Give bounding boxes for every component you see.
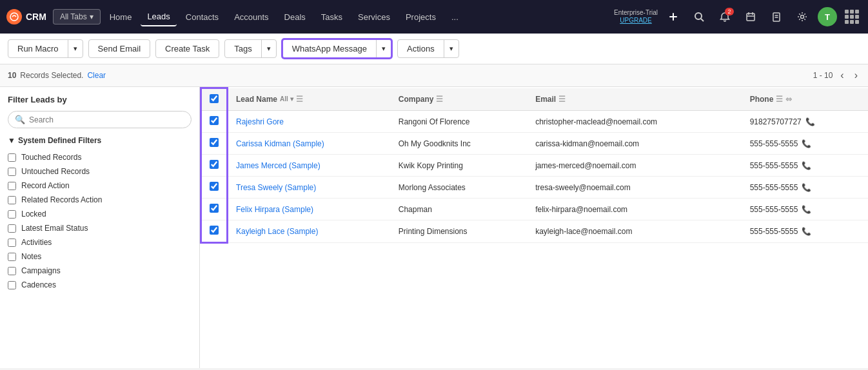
notifications-button[interactable]: 2 — [715, 6, 735, 27]
filter-notes[interactable]: Notes — [8, 249, 192, 264]
actions-button[interactable]: Actions ▾ — [397, 39, 459, 58]
whatsapp-dropdown[interactable]: ▾ — [377, 41, 391, 57]
filter-record-action-checkbox[interactable] — [8, 182, 16, 190]
row-checkbox[interactable] — [210, 204, 219, 213]
filter-touched-records[interactable]: Touched Records — [8, 150, 192, 164]
row-checkbox[interactable] — [210, 226, 219, 235]
create-task-button[interactable]: Create Task — [155, 39, 219, 58]
previous-page-button[interactable]: ‹ — [838, 68, 846, 83]
lead-name-link[interactable]: Kayleigh Lace (Sample) — [236, 227, 318, 236]
company-header: Company ☰ — [391, 88, 528, 111]
lead-name-menu-icon[interactable]: ☰ — [296, 95, 303, 104]
settings-button[interactable] — [792, 6, 813, 27]
run-macro-dropdown[interactable]: ▾ — [68, 41, 83, 57]
row-checkbox-cell[interactable] — [201, 133, 228, 155]
row-checkbox-cell[interactable] — [201, 177, 228, 199]
row-checkbox-cell[interactable] — [201, 199, 228, 220]
user-avatar[interactable]: T — [818, 7, 837, 26]
email-cell: james-merced@noemail.com — [528, 155, 742, 177]
tags-button[interactable]: Tags ▾ — [224, 39, 276, 58]
lead-name-link[interactable]: Tresa Sweely (Sample) — [236, 183, 316, 192]
run-macro-button[interactable]: Run Macro ▾ — [8, 39, 83, 58]
lead-name-filter[interactable]: All ▾ — [280, 95, 293, 102]
company-menu-icon[interactable]: ☰ — [436, 95, 443, 104]
system-defined-filters-title[interactable]: ▼ System Defined Filters — [8, 136, 192, 145]
whatsapp-button[interactable]: WhatsApp Message ▾ — [282, 39, 392, 59]
phone-value: 918275707727 — [750, 117, 802, 126]
filter-activities-checkbox[interactable] — [8, 239, 16, 247]
filter-campaigns[interactable]: Campaigns — [8, 264, 192, 278]
filter-email-status[interactable]: Latest Email Status — [8, 221, 192, 235]
filter-untouched-label: Untouched Records — [21, 167, 90, 176]
svg-rect-5 — [747, 14, 755, 21]
row-checkbox[interactable] — [210, 116, 219, 125]
grid-menu-button[interactable] — [842, 7, 862, 26]
phone-cell: 555-555-5555 📞 — [742, 220, 868, 243]
search-box[interactable]: 🔍 — [8, 111, 192, 128]
nav-leads[interactable]: Leads — [141, 8, 176, 26]
email-value: felix-hirpara@noemail.com — [535, 205, 627, 214]
lead-name-link[interactable]: Felix Hirpara (Sample) — [236, 205, 313, 214]
row-checkbox[interactable] — [210, 182, 219, 191]
filter-locked-checkbox[interactable] — [8, 210, 16, 219]
nav-contacts[interactable]: Contacts — [179, 8, 225, 26]
filter-campaigns-checkbox[interactable] — [8, 267, 16, 275]
whatsapp-label[interactable]: WhatsApp Message — [283, 40, 377, 57]
actions-label[interactable]: Actions — [398, 40, 444, 57]
select-all-header[interactable] — [201, 88, 228, 111]
filter-untouched-checkbox[interactable] — [8, 168, 16, 176]
filter-locked[interactable]: Locked — [8, 207, 192, 221]
filter-cadences-checkbox[interactable] — [8, 281, 16, 289]
select-all-checkbox[interactable] — [210, 94, 219, 103]
search-button[interactable] — [689, 6, 709, 27]
actions-dropdown[interactable]: ▾ — [444, 41, 459, 57]
row-checkbox-cell[interactable] — [201, 220, 228, 243]
next-page-button[interactable]: › — [852, 68, 860, 83]
nav-more[interactable]: ... — [445, 8, 465, 26]
calendar-button[interactable] — [740, 6, 761, 27]
lead-name-link[interactable]: Carissa Kidman (Sample) — [236, 139, 324, 148]
filter-activities[interactable]: Activities — [8, 235, 192, 249]
add-button[interactable] — [663, 6, 684, 27]
filter-cadences[interactable]: Cadences — [8, 278, 192, 292]
filter-touched-checkbox[interactable] — [8, 153, 16, 162]
phone-icon: 📞 — [805, 117, 815, 126]
filter-notes-checkbox[interactable] — [8, 253, 16, 261]
crm-logo[interactable]: CRM — [6, 9, 46, 24]
phone-icon: 📞 — [802, 161, 811, 170]
filter-related-records-checkbox[interactable] — [8, 196, 16, 204]
filter-related-records[interactable]: Related Records Action — [8, 193, 192, 207]
search-input[interactable] — [29, 115, 184, 124]
filter-untouched-records[interactable]: Untouched Records — [8, 164, 192, 179]
filter-record-action[interactable]: Record Action — [8, 179, 192, 193]
nav-tasks[interactable]: Tasks — [315, 8, 349, 26]
enterprise-badge: Enterprise-Trial UPGRADE — [614, 9, 658, 24]
nav-home[interactable]: Home — [103, 8, 139, 26]
run-macro-label[interactable]: Run Macro — [8, 40, 68, 57]
send-email-button[interactable]: Send Email — [88, 39, 150, 58]
nav-accounts[interactable]: Accounts — [228, 8, 275, 26]
tags-label[interactable]: Tags — [225, 40, 261, 57]
email-menu-icon[interactable]: ☰ — [558, 95, 566, 104]
resize-icon[interactable]: ⇔ — [785, 95, 792, 104]
phone-value: 555-555-5555 — [750, 227, 798, 236]
row-checkbox-cell[interactable] — [201, 111, 228, 133]
lead-name-link[interactable]: James Merced (Sample) — [236, 161, 321, 170]
nav-projects[interactable]: Projects — [399, 8, 442, 26]
clear-selection-button[interactable]: Clear — [87, 71, 106, 80]
documents-button[interactable] — [766, 6, 787, 27]
lead-name-link[interactable]: Rajeshri Gore — [236, 117, 284, 126]
phone-menu-icon[interactable]: ☰ — [776, 95, 783, 104]
selected-count: 10 — [8, 71, 16, 80]
row-checkbox[interactable] — [210, 160, 219, 169]
upgrade-link[interactable]: UPGRADE — [614, 17, 658, 24]
row-checkbox[interactable] — [210, 138, 219, 147]
filter-email-status-checkbox[interactable] — [8, 224, 16, 233]
nav-deals[interactable]: Deals — [278, 8, 312, 26]
nav-services[interactable]: Services — [351, 8, 397, 26]
all-tabs-button[interactable]: All Tabs ▾ — [53, 9, 101, 24]
chevron-down-icon: ▾ — [90, 12, 94, 21]
selection-bar: 10 Records Selected. Clear 1 - 10 ‹ › — [0, 64, 868, 87]
tags-dropdown[interactable]: ▾ — [262, 41, 276, 57]
row-checkbox-cell[interactable] — [201, 155, 228, 177]
